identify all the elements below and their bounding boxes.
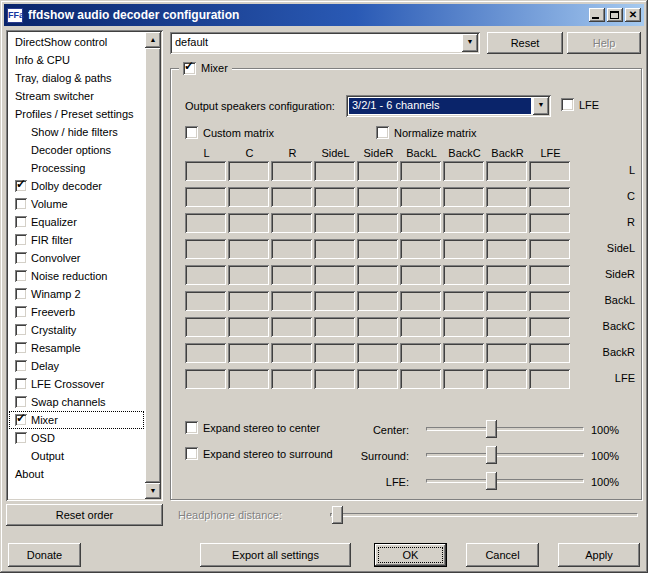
matrix-cell-backl-sidel[interactable] [314,291,355,311]
sidebar-scrollbar[interactable] [145,32,161,499]
matrix-cell-c-r[interactable] [271,187,312,207]
sidebar-item-checkbox-resample[interactable] [15,342,27,354]
sidebar-item-output[interactable]: Output [9,447,144,465]
matrix-cell-backl-r[interactable] [271,291,312,311]
matrix-cell-lfe-backc[interactable] [443,369,484,389]
normalize-matrix-checkbox[interactable] [376,126,389,139]
sidebar-item-convolver[interactable]: Convolver [9,249,144,267]
matrix-cell-l-r[interactable] [271,161,312,181]
sidebar-item-directshow-control[interactable]: DirectShow control [9,33,144,51]
matrix-cell-backc-r[interactable] [271,317,312,337]
matrix-cell-c-sidel[interactable] [314,187,355,207]
matrix-cell-lfe-l[interactable] [185,369,226,389]
matrix-cell-sidel-l[interactable] [185,239,226,259]
matrix-cell-backr-backr[interactable] [486,343,527,363]
reset-order-button[interactable]: Reset order [6,504,163,526]
export-all-settings-button[interactable]: Export all settings [200,543,351,567]
matrix-cell-l-backl[interactable] [400,161,441,181]
matrix-cell-sider-r[interactable] [271,265,312,285]
matrix-cell-c-l[interactable] [185,187,226,207]
matrix-cell-sidel-backl[interactable] [400,239,441,259]
sidebar-item-checkbox-equalizer[interactable] [15,216,27,228]
sidebar-item-checkbox-dolby-decoder[interactable] [15,180,27,192]
matrix-cell-backc-l[interactable] [185,317,226,337]
sidebar-item-processing[interactable]: Processing [9,159,144,177]
sidebar-item-show-hide-filters[interactable]: Show / hide filters [9,123,144,141]
matrix-cell-r-l[interactable] [185,213,226,233]
matrix-cell-backc-c[interactable] [228,317,269,337]
matrix-cell-r-backc[interactable] [443,213,484,233]
expand-stereo-surround-checkbox[interactable] [185,447,198,460]
expand-stereo-center-checkbox[interactable] [185,421,198,434]
sidebar-item-stream-switcher[interactable]: Stream switcher [9,87,144,105]
matrix-cell-lfe-r[interactable] [271,369,312,389]
matrix-cell-r-sidel[interactable] [314,213,355,233]
matrix-cell-backl-backc[interactable] [443,291,484,311]
sidebar-item-resample[interactable]: Resample [9,339,144,357]
matrix-cell-l-sidel[interactable] [314,161,355,181]
matrix-cell-backl-sider[interactable] [357,291,398,311]
surround-slider-thumb[interactable] [486,446,497,464]
mixer-enable-checkbox[interactable] [183,62,196,75]
matrix-cell-c-lfe[interactable] [529,187,570,207]
sidebar-item-lfe-crossover[interactable]: LFE Crossover [9,375,144,393]
sidebar-item-decoder-options[interactable]: Decoder options [9,141,144,159]
sidebar-item-checkbox-convolver[interactable] [15,252,27,264]
matrix-cell-backc-sider[interactable] [357,317,398,337]
sidebar-item-checkbox-fir-filter[interactable] [15,234,27,246]
matrix-cell-r-backl[interactable] [400,213,441,233]
maximize-button[interactable] [607,8,623,22]
sidebar-item-osd[interactable]: OSD [9,429,144,447]
matrix-cell-lfe-sider[interactable] [357,369,398,389]
matrix-cell-backr-sidel[interactable] [314,343,355,363]
sidebar-item-dolby-decoder[interactable]: Dolby decoder [9,177,144,195]
preset-dropdown-arrow-icon[interactable] [462,34,478,52]
sidebar-item-volume[interactable]: Volume [9,195,144,213]
output-speakers-arrow-icon[interactable] [533,97,549,115]
matrix-cell-c-backl[interactable] [400,187,441,207]
matrix-cell-backl-l[interactable] [185,291,226,311]
matrix-cell-r-lfe[interactable] [529,213,570,233]
sidebar-item-freeverb[interactable]: Freeverb [9,303,144,321]
matrix-cell-c-c[interactable] [228,187,269,207]
sidebar-item-checkbox-lfe-crossover[interactable] [15,378,27,390]
matrix-cell-sider-backc[interactable] [443,265,484,285]
matrix-cell-lfe-sidel[interactable] [314,369,355,389]
matrix-cell-l-sider[interactable] [357,161,398,181]
matrix-cell-sider-sidel[interactable] [314,265,355,285]
matrix-cell-sider-lfe[interactable] [529,265,570,285]
sidebar-item-delay[interactable]: Delay [9,357,144,375]
sidebar-item-checkbox-noise-reduction[interactable] [15,270,27,282]
matrix-cell-backr-backc[interactable] [443,343,484,363]
sidebar-item-winamp-2[interactable]: Winamp 2 [9,285,144,303]
matrix-cell-backc-backc[interactable] [443,317,484,337]
output-speakers-dropdown[interactable]: 3/2/1 - 6 channels [346,95,551,117]
sidebar-item-equalizer[interactable]: Equalizer [9,213,144,231]
matrix-cell-r-r[interactable] [271,213,312,233]
custom-matrix-checkbox[interactable] [185,126,198,139]
matrix-cell-l-l[interactable] [185,161,226,181]
sidebar-item-checkbox-volume[interactable] [15,198,27,210]
matrix-cell-l-backr[interactable] [486,161,527,181]
sidebar-item-checkbox-osd[interactable] [15,432,27,444]
matrix-cell-c-backr[interactable] [486,187,527,207]
matrix-cell-backr-l[interactable] [185,343,226,363]
matrix-cell-sidel-backc[interactable] [443,239,484,259]
matrix-cell-c-sider[interactable] [357,187,398,207]
sidebar-item-checkbox-mixer[interactable] [15,414,27,426]
matrix-cell-sidel-sider[interactable] [357,239,398,259]
matrix-cell-r-sider[interactable] [357,213,398,233]
sidebar-item-checkbox-freeverb[interactable] [15,306,27,318]
lfe-checkbox[interactable] [561,98,574,111]
center-slider-thumb[interactable] [486,420,497,438]
scroll-thumb[interactable] [145,48,161,483]
matrix-cell-backl-lfe[interactable] [529,291,570,311]
matrix-cell-backr-c[interactable] [228,343,269,363]
sidebar-item-fir-filter[interactable]: FIR filter [9,231,144,249]
matrix-cell-sider-backr[interactable] [486,265,527,285]
matrix-cell-backc-backr[interactable] [486,317,527,337]
matrix-cell-backc-sidel[interactable] [314,317,355,337]
close-button[interactable]: ✕ [625,8,641,22]
apply-button[interactable]: Apply [558,543,640,567]
sidebar-item-checkbox-crystality[interactable] [15,324,27,336]
